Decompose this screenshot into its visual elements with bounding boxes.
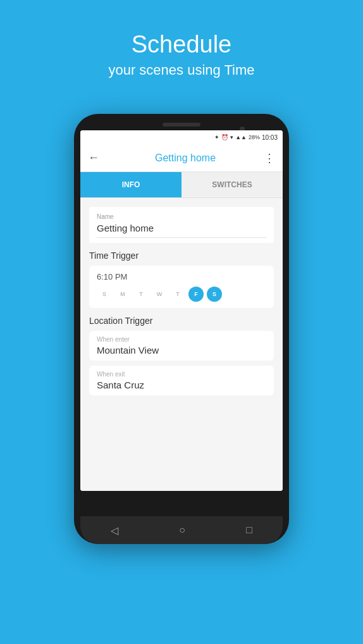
headline: Schedule — [0, 30, 363, 59]
phone-body: ✦ ⏰ ▾ ▲▲ 28% 10:03 ← Getting home ⋮ INFO… — [74, 114, 289, 544]
subheadline: your scenes using Time — [0, 62, 363, 78]
day-thursday[interactable]: T — [170, 287, 185, 302]
when-exit-field[interactable]: When exit Santa Cruz — [89, 366, 274, 395]
location-trigger-title: Location Trigger — [89, 316, 274, 326]
battery-label: 28% — [249, 134, 260, 140]
time-value: 6:10 PM — [97, 272, 266, 282]
name-field-section: Name Getting home — [89, 207, 274, 243]
phone-speaker — [163, 123, 200, 127]
phone-screen: ✦ ⏰ ▾ ▲▲ 28% 10:03 ← Getting home ⋮ INFO… — [80, 130, 283, 491]
name-value[interactable]: Getting home — [97, 223, 266, 238]
days-row: S M T W T F S — [97, 287, 266, 302]
time-display: 10:03 — [262, 134, 278, 141]
day-saturday[interactable]: S — [207, 287, 222, 302]
content-area: Name Getting home Time Trigger 6:10 PM S… — [80, 198, 283, 491]
when-exit-value: Santa Cruz — [97, 380, 266, 390]
screen-title: Getting home — [107, 152, 264, 164]
tab-info[interactable]: INFO — [80, 172, 182, 197]
nav-back-button[interactable]: ◁ — [111, 524, 118, 536]
bluetooth-icon: ✦ — [214, 134, 219, 140]
when-exit-label: When exit — [97, 371, 266, 378]
app-bar: ← Getting home ⋮ — [80, 144, 283, 172]
day-sunday[interactable]: S — [97, 287, 112, 302]
day-wednesday[interactable]: W — [152, 287, 167, 302]
signal-icon: ▲▲ — [235, 134, 247, 140]
when-enter-value: Mountain View — [97, 345, 266, 356]
day-monday[interactable]: M — [115, 287, 130, 302]
alarm-icon: ⏰ — [221, 134, 228, 140]
when-enter-field[interactable]: When enter Mountain View — [89, 331, 274, 361]
time-trigger-title: Time Trigger — [89, 251, 274, 261]
nav-recent-button[interactable]: □ — [246, 524, 252, 536]
when-enter-label: When enter — [97, 336, 266, 343]
back-button[interactable]: ← — [88, 151, 99, 164]
tab-switches[interactable]: SWITCHES — [182, 172, 283, 197]
wifi-icon: ▾ — [230, 134, 233, 140]
app-header: Schedule your scenes using Time — [0, 0, 363, 78]
more-menu-button[interactable]: ⋮ — [264, 151, 275, 165]
time-trigger-card[interactable]: 6:10 PM S M T W T F S — [89, 266, 274, 308]
status-bar: ✦ ⏰ ▾ ▲▲ 28% 10:03 — [80, 130, 283, 144]
day-tuesday[interactable]: T — [133, 287, 149, 302]
day-friday[interactable]: F — [188, 287, 204, 302]
phone-mockup: ✦ ⏰ ▾ ▲▲ 28% 10:03 ← Getting home ⋮ INFO… — [74, 114, 289, 544]
bottom-nav: ◁ ○ □ — [80, 516, 283, 544]
name-label: Name — [97, 213, 266, 220]
tab-bar: INFO SWITCHES — [80, 172, 283, 198]
nav-home-button[interactable]: ○ — [179, 524, 185, 536]
